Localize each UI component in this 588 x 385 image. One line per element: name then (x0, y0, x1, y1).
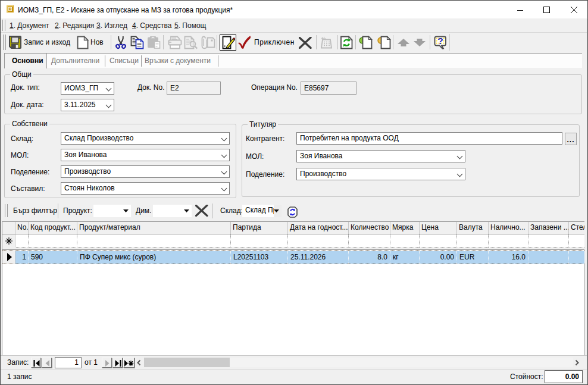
svg-text:?: ? (437, 36, 443, 46)
